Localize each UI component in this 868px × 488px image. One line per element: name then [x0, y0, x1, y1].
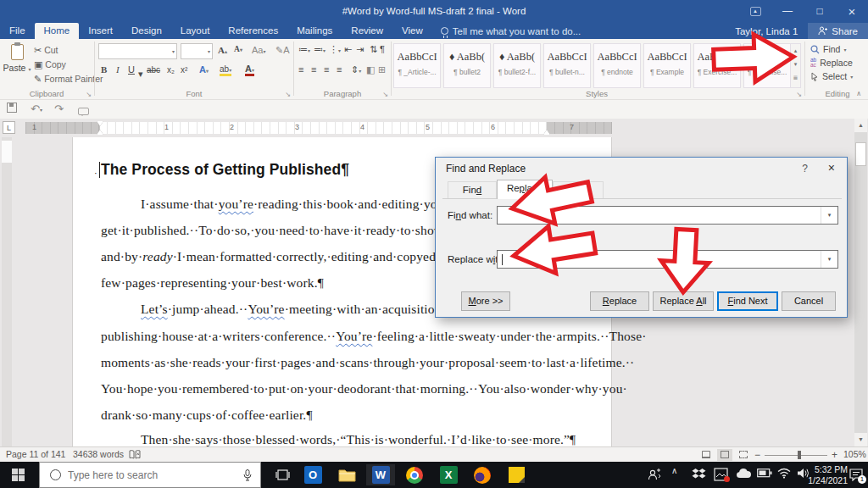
clipboard-dialog-launcher[interactable]: ↘	[86, 91, 92, 98]
start-button[interactable]	[12, 469, 25, 481]
shading-button[interactable]: ◧	[366, 64, 375, 75]
underline-button[interactable]: U	[128, 64, 135, 75]
zoom-slider-thumb[interactable]	[798, 451, 801, 459]
battery-tray-icon[interactable]	[757, 468, 772, 478]
replace-all-button[interactable]: Replace All	[653, 291, 714, 311]
zoom-in-button[interactable]: +	[832, 449, 837, 461]
vertical-scrollbar[interactable]: ▲ ▼	[854, 119, 867, 446]
increase-indent-button[interactable]: ⇥	[356, 44, 364, 55]
align-center-button[interactable]: ≡	[311, 64, 316, 75]
dialog-help-button[interactable]: ?	[802, 163, 808, 175]
show-hide-pilcrow-button[interactable]: ¶	[380, 44, 385, 54]
line-spacing-button[interactable]: ⇕▾	[351, 64, 361, 75]
chrome-taskbar-icon[interactable]	[400, 464, 429, 485]
strikethrough-button[interactable]: abc	[147, 65, 160, 75]
people-tray-icon[interactable]	[648, 468, 661, 481]
collapse-ribbon-icon[interactable]: ∧	[856, 90, 861, 97]
tab-review[interactable]: Review	[342, 23, 392, 39]
share-button[interactable]: Share	[808, 23, 868, 39]
decrease-indent-button[interactable]: ⇤	[344, 44, 352, 55]
shrink-font-button[interactable]: A▾	[234, 45, 242, 53]
photos-tray-icon[interactable]	[714, 468, 728, 481]
multilevel-list-button[interactable]: ⋮▾	[329, 44, 341, 55]
numbering-button[interactable]: ≕▾	[314, 44, 326, 55]
word-taskbar-icon[interactable]: W	[366, 464, 395, 485]
format-painter-button[interactable]: ✎ Format Painter	[34, 74, 103, 85]
dropbox-tray-icon[interactable]	[692, 468, 706, 481]
sort-button[interactable]: ⇅	[370, 44, 377, 55]
right-indent-marker[interactable]	[543, 130, 550, 135]
hanging-indent-marker[interactable]	[97, 130, 103, 135]
font-size-combobox[interactable]: ▾	[181, 43, 213, 59]
dialog-tab-goto[interactable]: Go To	[553, 181, 604, 199]
tab-home[interactable]: Home	[35, 23, 80, 39]
comment-button[interactable]	[78, 105, 89, 118]
firefox-taskbar-icon[interactable]	[468, 464, 497, 485]
zoom-slider-track[interactable]	[765, 455, 827, 456]
onedrive-tray-icon[interactable]	[736, 468, 752, 480]
outlook-taskbar-icon[interactable]: O	[298, 464, 327, 485]
dialog-tab-replace[interactable]: Replace	[497, 180, 553, 199]
find-next-button[interactable]: Find Next	[717, 291, 778, 311]
copy-button[interactable]: ▣ Copy	[34, 59, 66, 70]
more-button[interactable]: More >>	[461, 291, 510, 311]
tab-mailings[interactable]: Mailings	[287, 23, 342, 39]
chevron-down-icon[interactable]: ▾	[821, 251, 837, 268]
save-button[interactable]	[7, 103, 17, 115]
first-line-indent-marker[interactable]	[97, 121, 103, 126]
excel-taskbar-icon[interactable]: X	[434, 464, 463, 485]
bullets-button[interactable]: ≔▾	[298, 44, 310, 55]
dialog-tab-find[interactable]: Find	[448, 181, 497, 199]
search-input[interactable]	[68, 469, 243, 481]
tab-file[interactable]: File	[0, 23, 35, 39]
justify-button[interactable]: ≡	[337, 64, 342, 75]
change-case-button[interactable]: Aa▾	[252, 45, 265, 55]
text-effects-button[interactable]: A▾	[199, 64, 209, 75]
zoom-out-button[interactable]: −	[754, 449, 760, 461]
select-button[interactable]: Select▾	[810, 71, 853, 81]
tell-me-box[interactable]: Tell me what you want to do...	[432, 23, 590, 39]
align-left-button[interactable]: ≡	[298, 64, 303, 75]
horizontal-ruler[interactable]: 1 1 2 3 4 5 6 7	[25, 122, 612, 134]
page-indicator[interactable]: Page 11 of 141	[6, 449, 65, 459]
font-dialog-launcher[interactable]: ↘	[285, 91, 291, 98]
highlight-color-button[interactable]: ab▾	[220, 64, 231, 76]
taskbar-search[interactable]	[39, 462, 261, 488]
action-center-icon[interactable]: 1	[849, 469, 863, 481]
replace-button-dialog[interactable]: Replace	[590, 291, 649, 311]
align-right-button[interactable]: ≡	[324, 64, 329, 75]
read-mode-button[interactable]	[698, 449, 714, 461]
find-button[interactable]: Find▾	[810, 44, 846, 54]
font-color-button[interactable]: A▾	[245, 64, 254, 76]
scroll-up-button[interactable]: ▲	[854, 119, 867, 132]
minimize-button[interactable]: —	[771, 0, 804, 22]
undo-button[interactable]: ↶▾	[31, 103, 42, 115]
tab-layout[interactable]: Layout	[171, 23, 220, 39]
restore-button[interactable]: □	[804, 0, 836, 22]
word-count[interactable]: 34638 words	[73, 449, 124, 459]
tab-design[interactable]: Design	[122, 23, 171, 39]
replace-button[interactable]: abac Replace	[810, 58, 853, 68]
task-view-button[interactable]	[268, 464, 297, 485]
paste-button[interactable]: Paste ▾	[3, 42, 31, 92]
ribbon-display-options-icon[interactable]: ▲	[739, 0, 771, 22]
signed-in-user[interactable]: Taylor, Linda 1	[735, 26, 798, 36]
paragraph-dialog-launcher[interactable]: ↘	[382, 91, 388, 98]
font-name-combobox[interactable]: ▾	[98, 43, 177, 59]
replace-with-input[interactable]: ▾	[497, 250, 838, 269]
subscript-button[interactable]: x₂	[167, 65, 175, 75]
taskbar-clock[interactable]: 5:32 PM 1/24/2021	[808, 464, 848, 485]
print-layout-button[interactable]	[717, 449, 732, 461]
dialog-close-button[interactable]: ×	[828, 161, 835, 175]
cut-button[interactable]: ✂ Cut	[34, 45, 58, 56]
cancel-button[interactable]: Cancel	[782, 291, 836, 311]
borders-button[interactable]: ⊞	[378, 64, 386, 75]
wifi-tray-icon[interactable]	[777, 468, 791, 479]
close-button[interactable]: ×	[836, 0, 868, 22]
tab-selector[interactable]: L	[3, 121, 15, 134]
zoom-level[interactable]: 105%	[843, 449, 866, 459]
scroll-down-button[interactable]: ▼	[854, 433, 867, 446]
tray-chevron-icon[interactable]: ∧	[671, 466, 677, 475]
redo-button[interactable]: ↷	[54, 103, 64, 115]
tab-references[interactable]: References	[219, 23, 287, 39]
